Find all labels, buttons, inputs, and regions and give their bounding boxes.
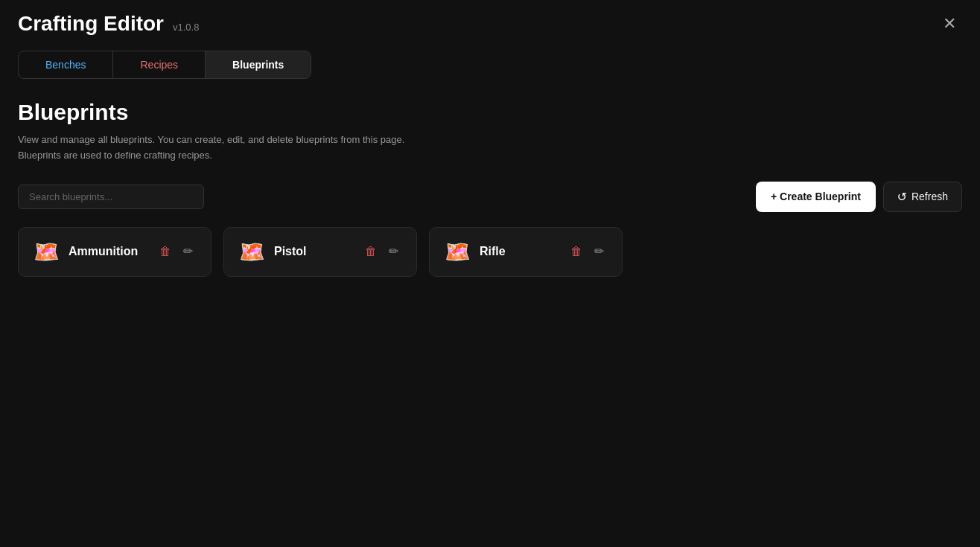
refresh-label: Refresh xyxy=(911,191,948,202)
close-button[interactable]: ✕ xyxy=(937,13,962,35)
card-actions-pistol: 🗑 ✏ xyxy=(362,243,401,260)
toolbar: + Create Blueprint ↻ Refresh xyxy=(18,182,962,212)
delete-ammunition-button[interactable]: 🗑 xyxy=(156,243,174,260)
blueprint-name-ammunition: Ammunition xyxy=(69,245,147,258)
tabs-bar: Benches Recipes Blueprints xyxy=(18,51,311,79)
blueprint-icon-pistol: 🗺️ xyxy=(239,240,265,264)
page-title: Blueprints xyxy=(18,100,962,125)
edit-ammunition-button[interactable]: ✏ xyxy=(180,243,196,260)
card-actions-ammunition: 🗑 ✏ xyxy=(156,243,196,260)
edit-pistol-button[interactable]: ✏ xyxy=(386,243,401,260)
create-blueprint-button[interactable]: + Create Blueprint xyxy=(756,182,876,212)
blueprint-icon-rifle: 🗺️ xyxy=(445,240,471,264)
title-bar: Crafting Editor v1.0.8 ✕ xyxy=(18,12,962,36)
tab-blueprints[interactable]: Blueprints xyxy=(206,51,311,78)
page-header: Blueprints View and manage all blueprint… xyxy=(18,100,962,164)
blueprint-card-ammunition[interactable]: 🗺️ Ammunition 🗑 ✏ xyxy=(18,227,211,277)
app-title: Crafting Editor xyxy=(18,12,164,36)
blueprint-name-pistol: Pistol xyxy=(274,245,353,258)
version-badge: v1.0.8 xyxy=(173,22,199,33)
toolbar-right: + Create Blueprint ↻ Refresh xyxy=(756,182,962,212)
blueprints-grid: 🗺️ Ammunition 🗑 ✏ 🗺️ Pistol 🗑 ✏ 🗺️ Rifle… xyxy=(18,227,962,277)
blueprint-card-rifle[interactable]: 🗺️ Rifle 🗑 ✏ xyxy=(429,227,623,277)
page-description-line1: View and manage all blueprints. You can … xyxy=(18,132,962,164)
blueprint-card-pistol[interactable]: 🗺️ Pistol 🗑 ✏ xyxy=(223,227,417,277)
delete-rifle-button[interactable]: 🗑 xyxy=(567,243,585,260)
card-actions-rifle: 🗑 ✏ xyxy=(567,243,607,260)
title-left: Crafting Editor v1.0.8 xyxy=(18,12,199,36)
delete-pistol-button[interactable]: 🗑 xyxy=(362,243,380,260)
tab-recipes[interactable]: Recipes xyxy=(113,51,206,78)
refresh-button[interactable]: ↻ Refresh xyxy=(883,182,962,212)
search-input[interactable] xyxy=(18,185,204,209)
blueprint-icon-ammunition: 🗺️ xyxy=(34,240,60,264)
app-container: Crafting Editor v1.0.8 ✕ Benches Recipes… xyxy=(0,0,980,547)
blueprint-name-rifle: Rifle xyxy=(480,245,559,258)
refresh-icon: ↻ xyxy=(897,190,907,204)
edit-rifle-button[interactable]: ✏ xyxy=(591,243,607,260)
tab-benches[interactable]: Benches xyxy=(19,51,113,78)
